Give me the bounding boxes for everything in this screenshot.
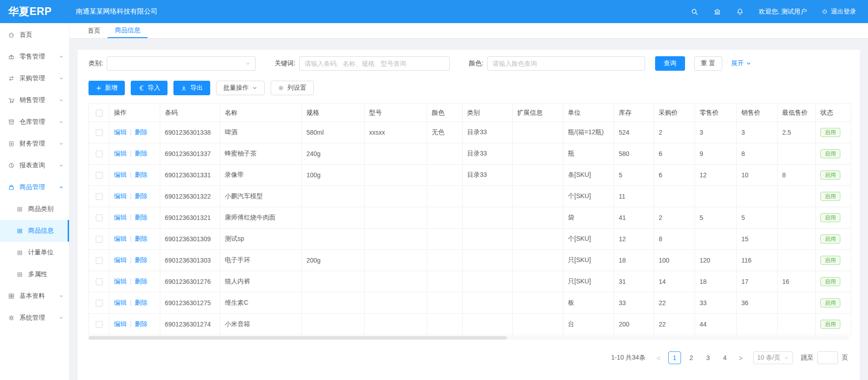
column-header[interactable]: 操作 xyxy=(109,104,160,122)
page-button-3[interactable]: 3 xyxy=(702,351,715,364)
status-badge[interactable]: 启用 xyxy=(820,277,840,286)
sidebar-item-warehouse[interactable]: 仓库管理 xyxy=(0,111,69,133)
reset-button[interactable]: 重 置 xyxy=(694,56,722,71)
row-checkbox[interactable] xyxy=(96,129,103,136)
sidebar-item-base-data[interactable]: 基本资料 xyxy=(0,285,69,307)
sidebar-item-retail[interactable]: 零售管理 xyxy=(0,46,69,68)
column-header[interactable]: 销售价 xyxy=(737,104,778,122)
sidebar-item-multi-attribute[interactable]: 多属性 xyxy=(0,263,69,285)
status-badge[interactable]: 启用 xyxy=(820,128,840,137)
delete-link[interactable]: 删除 xyxy=(135,128,148,136)
tab-home[interactable]: 首页 xyxy=(80,23,108,38)
status-badge[interactable]: 启用 xyxy=(820,320,840,329)
expand-link[interactable]: 展开 xyxy=(731,59,751,68)
page-button-4[interactable]: 4 xyxy=(719,351,731,364)
select-all-checkbox[interactable] xyxy=(96,110,103,117)
status-badge[interactable]: 启用 xyxy=(820,234,840,244)
status-badge[interactable]: 启用 xyxy=(820,192,840,201)
content: 类别: 关键词: 颜色: 查询 重 置 xyxy=(69,39,868,380)
delete-link[interactable]: 删除 xyxy=(135,235,148,242)
page-button-2[interactable]: 2 xyxy=(685,351,698,364)
page-button-1[interactable]: 1 xyxy=(668,351,681,364)
delete-link[interactable]: 删除 xyxy=(135,214,148,221)
column-header[interactable]: 型号 xyxy=(365,104,427,122)
delete-link[interactable]: 删除 xyxy=(135,278,148,285)
delete-link[interactable]: 删除 xyxy=(135,320,148,327)
row-checkbox[interactable] xyxy=(96,300,103,307)
keyword-input[interactable] xyxy=(299,56,450,71)
export-button[interactable]: 导出 xyxy=(173,81,210,95)
column-settings-button[interactable]: 列设置 xyxy=(271,81,314,95)
sidebar-item-purchase[interactable]: 采购管理 xyxy=(0,68,69,89)
column-header[interactable]: 扩展信息 xyxy=(513,104,563,122)
column-header[interactable]: 采购价 xyxy=(654,104,695,122)
batch-operation-button[interactable]: 批量操作 xyxy=(216,81,265,95)
sidebar-item-home[interactable]: 首页 xyxy=(0,24,69,46)
sidebar-item-finance[interactable]: 财务管理 xyxy=(0,133,69,155)
next-page-button[interactable]: > xyxy=(735,351,746,364)
delete-link[interactable]: 删除 xyxy=(135,150,148,157)
row-checkbox[interactable] xyxy=(96,321,103,328)
column-header[interactable]: 状态 xyxy=(816,104,851,122)
edit-link[interactable]: 编辑 xyxy=(114,235,127,242)
sidebar-item-product-management[interactable]: 商品管理 xyxy=(0,176,69,198)
edit-link[interactable]: 编辑 xyxy=(114,150,127,157)
column-header[interactable]: 类别 xyxy=(463,104,513,122)
search-button[interactable]: 查询 xyxy=(655,56,685,71)
row-checkbox[interactable] xyxy=(96,278,103,285)
notification-bell-icon[interactable] xyxy=(736,8,744,16)
column-header[interactable]: 条码 xyxy=(160,104,220,122)
column-header[interactable]: 规格 xyxy=(302,104,365,122)
row-checkbox[interactable] xyxy=(96,172,103,179)
scrollbar-thumb[interactable] xyxy=(89,336,507,340)
tab-product-info[interactable]: 商品信息 xyxy=(108,23,148,38)
edit-link[interactable]: 编辑 xyxy=(114,278,127,285)
status-badge[interactable]: 启用 xyxy=(820,213,840,222)
column-header[interactable]: 颜色 xyxy=(427,104,463,122)
delete-link[interactable]: 删除 xyxy=(135,192,148,200)
page-size-select[interactable]: 10 条/页 xyxy=(753,351,793,364)
sidebar-item-product-info[interactable]: 商品信息 xyxy=(0,220,69,242)
status-badge[interactable]: 启用 xyxy=(820,298,840,307)
delete-link[interactable]: 删除 xyxy=(135,299,148,306)
row-checkbox[interactable] xyxy=(96,214,103,221)
sidebar-item-report[interactable]: 报表查询 xyxy=(0,155,69,176)
row-checkbox[interactable] xyxy=(96,193,103,200)
sidebar-item-sales[interactable]: 销售管理 xyxy=(0,89,69,111)
edit-link[interactable]: 编辑 xyxy=(114,214,127,221)
row-checkbox[interactable] xyxy=(96,236,103,243)
sidebar-item-system[interactable]: 系统管理 xyxy=(0,307,69,329)
edit-link[interactable]: 编辑 xyxy=(114,320,127,327)
chevron-down-icon xyxy=(252,85,257,91)
import-button[interactable]: 导入 xyxy=(131,81,168,95)
column-header[interactable]: 最低售价 xyxy=(778,104,816,122)
add-button[interactable]: 新增 xyxy=(89,81,125,95)
edit-link[interactable]: 编辑 xyxy=(114,192,127,200)
column-header[interactable]: 零售价 xyxy=(695,104,737,122)
status-badge[interactable]: 启用 xyxy=(820,149,840,158)
color-input[interactable] xyxy=(487,56,645,71)
column-header[interactable]: 库存 xyxy=(614,104,654,122)
column-header[interactable]: 名称 xyxy=(220,104,302,122)
welcome-user[interactable]: 欢迎您, 测试用户 xyxy=(759,8,807,16)
horizontal-scrollbar[interactable] xyxy=(89,336,849,340)
row-checkbox[interactable] xyxy=(96,151,103,157)
status-badge[interactable]: 启用 xyxy=(820,256,840,265)
row-checkbox[interactable] xyxy=(96,257,103,264)
category-select[interactable] xyxy=(107,56,256,71)
edit-link[interactable]: 编辑 xyxy=(114,128,127,136)
search-icon[interactable] xyxy=(690,8,699,16)
delete-link[interactable]: 删除 xyxy=(135,171,148,178)
sidebar-item-product-category[interactable]: 商品类别 xyxy=(0,198,69,220)
delete-link[interactable]: 删除 xyxy=(135,256,148,263)
edit-link[interactable]: 编辑 xyxy=(114,256,127,263)
sidebar-item-measure-unit[interactable]: 计量单位 xyxy=(0,242,69,263)
edit-link[interactable]: 编辑 xyxy=(114,299,127,306)
edit-link[interactable]: 编辑 xyxy=(114,171,127,178)
status-badge[interactable]: 启用 xyxy=(820,171,840,180)
column-header[interactable]: 单位 xyxy=(563,104,614,122)
logout-button[interactable]: 退出登录 xyxy=(821,8,856,16)
prev-page-button[interactable]: < xyxy=(653,351,664,364)
platform-icon[interactable] xyxy=(713,8,721,16)
jump-page-input[interactable] xyxy=(817,351,838,364)
